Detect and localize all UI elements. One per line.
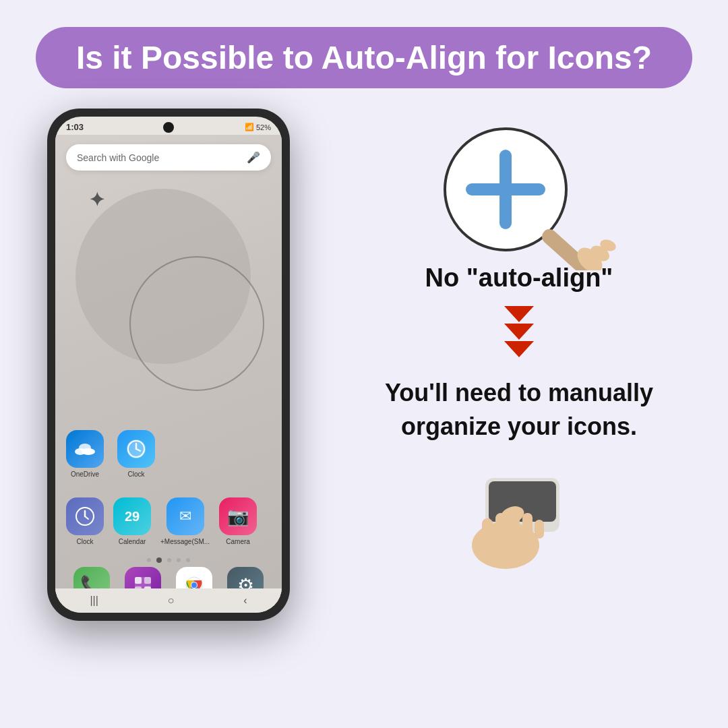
app-message[interactable]: ✉ +Message(SM... xyxy=(160,497,210,545)
right-panel: No "auto-align" You'll need to manuallyo… xyxy=(337,109,701,575)
app-onedrive[interactable]: OneDrive xyxy=(66,430,104,478)
status-time: 1:03 xyxy=(66,122,84,132)
phone: 1:03 📶 52% ✦ ✦ Search with Google xyxy=(47,109,290,621)
clock-icon-row1 xyxy=(117,430,155,468)
svg-line-9 xyxy=(85,516,88,519)
arrow-3 xyxy=(504,341,534,357)
arrows-container xyxy=(504,306,534,357)
svg-rect-35 xyxy=(535,520,544,539)
svg-rect-34 xyxy=(522,513,533,539)
no-align-label: No "auto-align" xyxy=(425,264,613,293)
camera-icon: 📷 xyxy=(219,497,257,535)
no-auto-align-text: No "auto-align" xyxy=(425,264,613,293)
svg-point-2 xyxy=(79,444,91,452)
calendar-label: Calendar xyxy=(119,538,146,545)
hand-phone-illustration xyxy=(438,464,600,575)
dot-3 xyxy=(167,558,171,562)
main-content: 1:03 📶 52% ✦ ✦ Search with Google xyxy=(0,88,728,621)
arrow-1 xyxy=(504,306,534,322)
header-banner: Is it Possible to Auto-Align for Icons? xyxy=(36,27,692,88)
svg-rect-31 xyxy=(482,518,493,542)
calendar-icon: 29 xyxy=(113,497,151,535)
app-calendar[interactable]: 29 Calendar xyxy=(113,497,151,545)
apps-row-1: OneDrive Clock xyxy=(66,430,155,478)
dot-2 xyxy=(156,557,162,563)
camera-notch xyxy=(163,122,174,133)
status-icons: 📶 52% xyxy=(245,123,271,131)
message-label: +Message(SM... xyxy=(160,538,210,545)
svg-rect-32 xyxy=(495,513,506,540)
manual-organize-text: You'll need to manuallyorganize your ico… xyxy=(385,376,653,444)
message-icon: ✉ xyxy=(166,497,204,535)
manual-label: You'll need to manuallyorganize your ico… xyxy=(385,376,653,444)
dot-4 xyxy=(177,558,181,562)
page-title: Is it Possible to Auto-Align for Icons? xyxy=(76,39,652,76)
app-clock-row2[interactable]: Clock xyxy=(66,497,104,545)
svg-rect-11 xyxy=(135,577,142,584)
nav-back[interactable]: ‹ xyxy=(243,595,247,607)
clock-icon-row2 xyxy=(66,497,104,535)
app-clock-row1[interactable]: Clock xyxy=(117,430,155,478)
phone-container: 1:03 📶 52% ✦ ✦ Search with Google xyxy=(27,109,310,621)
screen-background: ✦ ✦ Search with Google 🎤 xyxy=(55,135,282,613)
svg-rect-12 xyxy=(144,577,151,584)
search-placeholder: Search with Google xyxy=(77,152,159,163)
mic-icon: 🎤 xyxy=(247,151,260,164)
dot-1 xyxy=(147,558,151,562)
bg-arc xyxy=(129,256,264,391)
onedrive-icon xyxy=(66,430,104,468)
clock-label-row2: Clock xyxy=(76,538,93,545)
apps-row-2: Clock 29 Calendar ✉ +Message(SM... 📷 xyxy=(66,497,257,545)
dot-5 xyxy=(186,558,190,562)
camera-label: Camera xyxy=(226,538,250,545)
svg-point-18 xyxy=(191,582,197,588)
battery-icon: 52% xyxy=(256,123,271,131)
clock-label-row1: Clock xyxy=(127,471,144,478)
page-dots xyxy=(147,557,190,563)
arrow-2 xyxy=(504,324,534,340)
svg-rect-33 xyxy=(509,510,520,539)
magnifier-illustration xyxy=(337,122,701,270)
nav-recent[interactable]: ||| xyxy=(90,595,98,607)
wifi-icon: 📶 xyxy=(245,123,254,131)
phone-screen: 1:03 📶 52% ✦ ✦ Search with Google xyxy=(55,117,282,613)
nav-home[interactable]: ○ xyxy=(168,595,175,607)
nav-bar: ||| ○ ‹ xyxy=(55,588,282,613)
magnifier-svg xyxy=(411,122,627,270)
search-bar[interactable]: Search with Google 🎤 xyxy=(66,144,271,171)
sparkle-2: ✦ xyxy=(89,189,104,211)
onedrive-label: OneDrive xyxy=(71,471,99,478)
app-camera[interactable]: 📷 Camera xyxy=(219,497,257,545)
hand-phone-svg xyxy=(438,464,600,572)
